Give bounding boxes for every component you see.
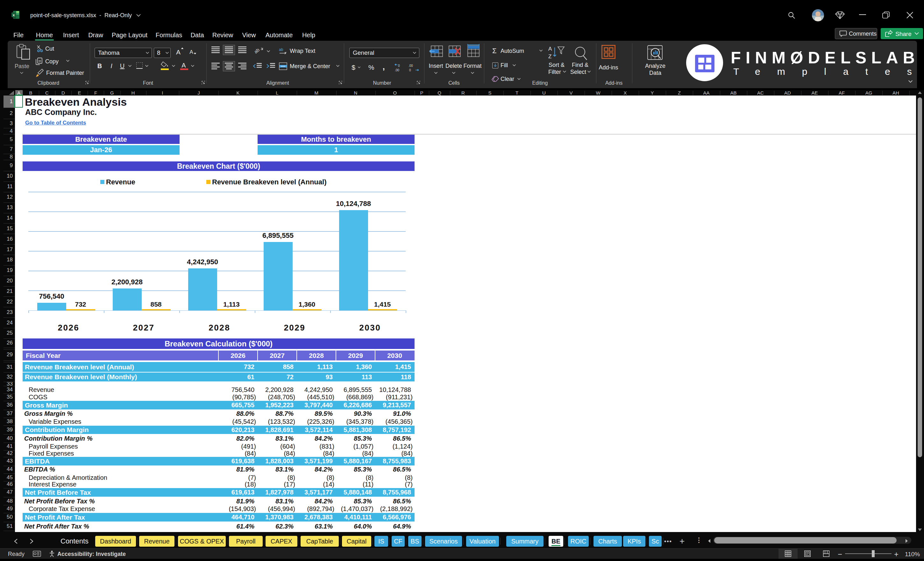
svg-text:0: 0 bbox=[409, 69, 411, 72]
svg-text:x: x bbox=[13, 13, 15, 17]
svg-text:.00: .00 bbox=[408, 64, 413, 68]
svg-text:0: 0 bbox=[398, 64, 400, 68]
svg-text:ab: ab bbox=[279, 48, 284, 52]
svg-text:Z: Z bbox=[548, 54, 552, 60]
svg-text:.00: .00 bbox=[395, 69, 399, 72]
svg-text:A: A bbox=[548, 46, 552, 52]
